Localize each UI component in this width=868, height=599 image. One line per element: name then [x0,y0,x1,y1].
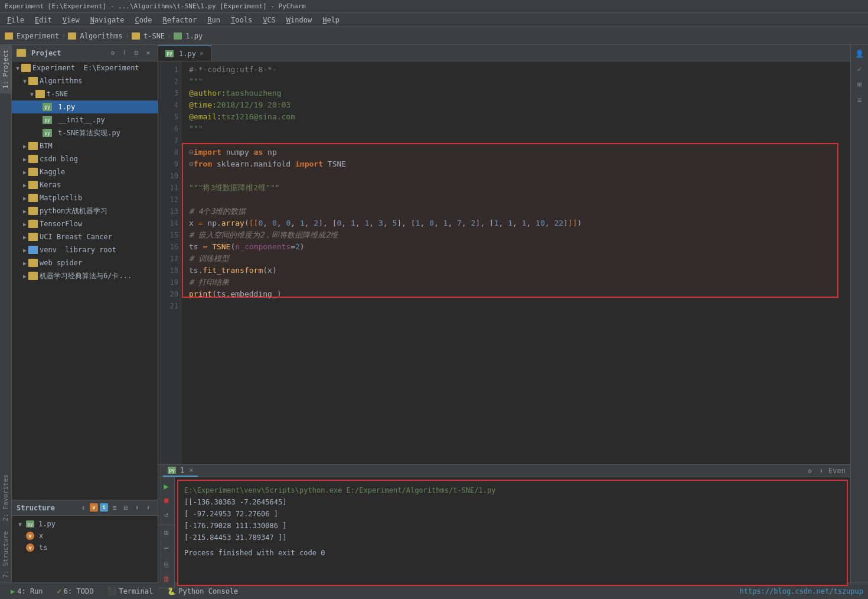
editor-tab-1py[interactable]: py 1.py × [158,45,211,61]
run-panel: py 1 × ⚙ ⬇ Even ▶ ■ ↺ ⊞ ↵ [158,464,850,582]
tree-tensorflow[interactable]: ▶ TensorFlow [12,217,158,230]
run-stop-button[interactable]: ■ [160,494,173,507]
tree-uci[interactable]: ▶ UCI Breast Cancer [12,230,158,243]
tree-algorithms[interactable]: ▼ Algorithms [12,74,158,87]
tree-experiment[interactable]: ▼ Experiment E:\Experiment [12,61,158,74]
project-header: Project ⚙ ⁝ ⊟ × [12,45,158,61]
run-content: E:\Experiment\venv\Scripts\python.exe E:… [175,477,850,588]
project-settings-icon[interactable]: ⚙ [108,48,118,58]
menu-bar: File Edit View Navigate Code Refactor Ru… [0,13,868,27]
menu-vcs[interactable]: VCS [258,15,280,25]
code-area[interactable]: #-*-coding:utf-8-*- """ @author:taoshouz… [182,61,850,464]
menu-tools[interactable]: Tools [226,15,257,25]
nav-bar: Experiment › Algorithms › t-SNE › 1.py [0,27,868,45]
left-tab-favorites[interactable]: 2: Favorites [0,470,11,526]
struct-1py[interactable]: ▼ py 1.py [17,518,153,530]
run-play-button[interactable]: ▶ [160,480,173,493]
run-rerun-button[interactable]: ↺ [160,508,173,521]
menu-view[interactable]: View [58,15,84,25]
structure-content: ▼ py 1.py v x v ts [12,516,158,556]
structure-sort-icon[interactable]: ↕ [79,503,88,513]
editor-area: py 1.py × 12345 678910 1112131415 161718… [158,45,850,582]
editor-content[interactable]: 12345 678910 1112131415 1617181920 21 #-… [158,61,850,464]
bottom-todo-tab[interactable]: ✓ 6: TODO [51,586,100,597]
line-numbers: 12345 678910 1112131415 1617181920 21 [158,61,182,464]
menu-file[interactable]: File [2,15,29,25]
rs-btn-3[interactable]: ⊞ [853,78,866,91]
run-clear-icon[interactable]: 🗑 [160,572,173,585]
bottom-run-tab[interactable]: ▶ 4: Run [5,586,49,597]
run-output-line-3: [-176.79028 111.330086 ] [184,520,841,532]
run-tab-close-icon[interactable]: × [189,466,193,474]
tree-kaggle[interactable]: ▶ Kaggle [12,165,158,178]
structure-header: Structure ↕ v i ≡ ⊟ ⬇ ⬆ [12,500,158,516]
left-tab-project[interactable]: 1: Project [0,45,11,93]
structure-align-icon[interactable]: ≡ [110,503,119,513]
tree-btm[interactable]: ▶ BTM [12,139,158,152]
breadcrumb-tsne[interactable]: t-SNE [132,32,165,40]
structure-panel: Structure ↕ v i ≡ ⊟ ⬇ ⬆ ▼ py 1.py [12,500,158,582]
run-soft-wrap-icon[interactable]: ↵ [160,541,173,554]
run-header: py 1 × ⚙ ⬇ Even [158,465,850,477]
menu-help[interactable]: Help [318,15,344,25]
run-scroll-down-icon[interactable]: ⬇ [817,466,826,476]
run-command: E:\Experiment\venv\Scripts\python.exe E:… [184,484,841,496]
breadcrumb-file[interactable]: 1.py [174,32,203,40]
menu-refactor[interactable]: Refactor [158,15,202,25]
rs-btn-1[interactable]: 👤 [853,47,866,60]
tree-misc[interactable]: ▶ 机器学习经典算法与6/卡... [12,269,158,282]
run-output-box: E:\Experiment\venv\Scripts\python.exe E:… [177,480,848,586]
breadcrumb-experiment[interactable]: Experiment [5,32,59,40]
tree-venv[interactable]: ▶ venv library root [12,243,158,256]
menu-run[interactable]: Run [203,15,225,25]
breadcrumb-algorithms[interactable]: Algorithms [68,32,122,40]
left-tab-structure[interactable]: 7: Structure [0,526,11,582]
rs-btn-2[interactable]: ✓ [853,63,866,76]
bottom-terminal-tab[interactable]: ⬛ Terminal [102,586,159,597]
run-toolbar: ▶ ■ ↺ ⊞ ↵ ⎘ 🗑 [158,477,175,588]
structure-i-icon[interactable]: i [100,503,108,512]
project-title: Project [31,49,61,57]
run-tab-1[interactable]: py 1 × [163,465,198,477]
project-close-icon[interactable]: × [143,48,153,58]
tab-bar: py 1.py × [158,45,850,61]
run-output-line-1: [[-136.30363 -7.2645645] [184,496,841,508]
run-scroll-console-icon[interactable]: ⊞ [160,526,173,539]
tree-csdn[interactable]: ▶ csdn blog [12,152,158,165]
tree-keras[interactable]: ▶ Keras [12,178,158,191]
tree-init-py[interactable]: py __init__.py [12,113,158,126]
menu-window[interactable]: Window [282,15,316,25]
project-expand-icon[interactable]: ⁝ [120,48,129,58]
tree-1py[interactable]: py 1.py [12,100,158,113]
run-exit-msg: Process finished with exit code 0 [184,547,841,559]
tab-close-icon[interactable]: × [200,50,204,57]
tree-python-ml[interactable]: ▶ python大战机器学习 [12,204,158,217]
project-collapse-icon[interactable]: ⊟ [132,48,141,58]
run-output-line-4: [-215.84453 31.789347 ]] [184,532,841,543]
tree-tsne-impl-py[interactable]: py t-SNE算法实现.py [12,126,158,139]
structure-title: Structure [17,504,55,512]
run-output-line-2: [ -97.24953 72.27606 ] [184,508,841,520]
structure-down-icon[interactable]: ⬇ [132,503,142,513]
menu-navigate[interactable]: Navigate [86,15,129,25]
breadcrumb: Experiment › Algorithms › t-SNE › 1.py [5,32,203,40]
run-settings-icon[interactable]: ⚙ [805,466,814,476]
struct-x[interactable]: v x [17,530,153,542]
run-copy-icon[interactable]: ⎘ [160,558,173,571]
title-bar: Experiment [E:\Experiment] - ...\Algorit… [0,0,868,13]
right-sidebar: 👤 ✓ ⊞ ≡ [850,45,868,582]
tree-webspider[interactable]: ▶ web spider [12,256,158,269]
menu-edit[interactable]: Edit [30,15,57,25]
struct-ts[interactable]: v ts [17,542,153,554]
structure-collapse-icon[interactable]: ⊟ [121,503,130,513]
project-panel: Project ⚙ ⁝ ⊟ × ▼ Experiment E:\Experime… [12,45,158,582]
tree-tsne[interactable]: ▼ t-SNE [12,87,158,100]
tree-matplotlib[interactable]: ▶ Matplotlib [12,191,158,204]
project-tree: ▼ Experiment E:\Experiment ▼ Algorithms … [12,61,158,500]
menu-code[interactable]: Code [130,15,157,25]
structure-up-icon[interactable]: ⬆ [143,503,153,513]
rs-btn-4[interactable]: ≡ [853,93,866,106]
window-title: Experiment [E:\Experiment] - ...\Algorit… [5,2,306,10]
structure-v-icon[interactable]: v [90,503,98,512]
left-tabs: 1: Project 2: Favorites 7: Structure [0,45,12,582]
